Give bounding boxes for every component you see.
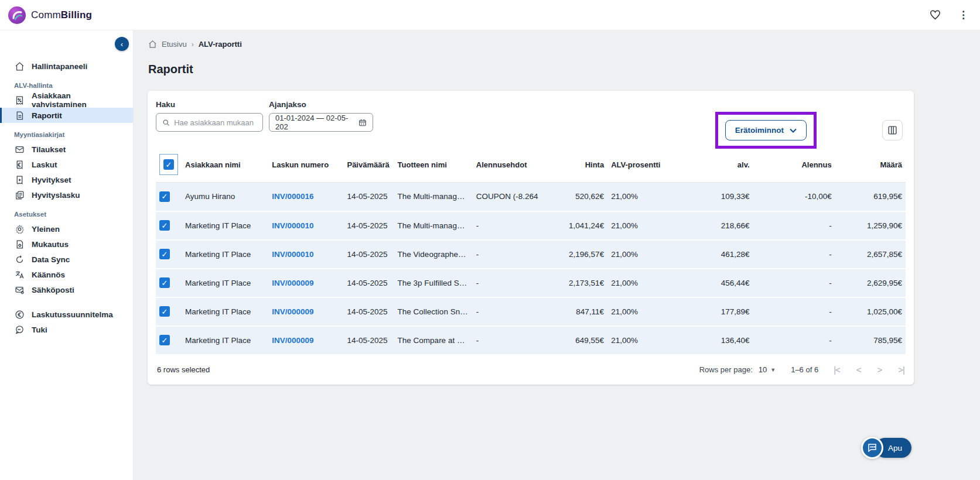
price: 2,173,51€	[569, 279, 604, 287]
row-checkbox[interactable]: ✓	[159, 191, 170, 202]
discount-amount: -	[829, 336, 832, 345]
total-amount: 2,657,85€	[867, 250, 902, 259]
table-row[interactable]: ✓Marketing IT PlaceINV/00001014-05-2025T…	[156, 211, 906, 240]
sidebar-item-label: Hyvitykset	[32, 176, 71, 184]
discount-terms: COUPON (-8.264…	[476, 192, 538, 201]
search-input[interactable]	[174, 118, 257, 127]
vat-amount: 461,28€	[721, 250, 750, 259]
invoice-link[interactable]: INV/000016	[272, 192, 313, 201]
filter-bar: Haku Ajanjakso 01-01-2024 — 02-05-202 Er…	[156, 98, 906, 148]
first-page-icon[interactable]: |<	[834, 365, 840, 375]
sidebar-item-raportit[interactable]: Raportit	[0, 108, 133, 123]
date-range-input[interactable]: 01-01-2024 — 02-05-202	[269, 113, 373, 132]
date-range-value: 01-01-2024 — 02-05-202	[275, 114, 354, 131]
prev-page-icon[interactable]: <	[856, 365, 861, 375]
last-page-icon[interactable]: >|	[898, 365, 904, 375]
help-chat-icon[interactable]	[861, 437, 883, 459]
sidebar-item-s-hk-posti[interactable]: Sähköposti	[0, 282, 133, 297]
row-checkbox[interactable]: ✓	[159, 335, 170, 345]
main-content: Etusivu › ALV-raportti Raportit Haku Aja…	[134, 30, 980, 480]
col-amount[interactable]: Määrä	[835, 148, 906, 183]
invoice-link[interactable]: INV/000009	[272, 336, 313, 345]
table-row[interactable]: ✓Ayumu HiranoINV/00001614-05-2025The Mul…	[156, 183, 906, 211]
pagination: Rows per page: 10▼ 1–6 of 6 |< < > >|	[699, 365, 904, 375]
kebab-menu-icon[interactable]: ⋮	[957, 8, 969, 22]
sidebar-collapse-button[interactable]: ‹	[115, 37, 129, 51]
sidebar-item-tuki[interactable]: Tuki	[0, 322, 133, 337]
copy-document-icon	[14, 190, 25, 200]
home-icon	[14, 61, 25, 71]
invoice-link[interactable]: INV/000010	[272, 221, 313, 230]
mail-gear-icon	[14, 284, 25, 295]
sidebar-item-mukautus[interactable]: Mukautus	[0, 236, 133, 252]
table-header-row: ✓ Asiakkaan nimi Laskun numero Päivämäär…	[156, 148, 906, 183]
row-checkbox[interactable]: ✓	[159, 220, 170, 231]
table-row[interactable]: ✓Marketing IT PlaceINV/00000914-05-2025T…	[156, 269, 906, 297]
table-row[interactable]: ✓Marketing IT PlaceINV/00001014-05-2025T…	[156, 240, 906, 269]
breadcrumb: Etusivu › ALV-raportti	[148, 40, 980, 49]
period-label: Ajanjakso	[269, 100, 373, 109]
brand: CommBilling	[8, 6, 92, 24]
vat-report-table: ✓ Asiakkaan nimi Laskun numero Päivämäär…	[156, 148, 906, 355]
price: 847,11€	[576, 307, 604, 316]
invoice-link[interactable]: INV/000009	[272, 279, 313, 287]
sidebar-item-data-sync[interactable]: Data Sync	[0, 252, 133, 267]
rows-per-page-select[interactable]: 10▼	[759, 365, 776, 374]
favorites-heart-icon[interactable]	[928, 9, 942, 21]
col-vat[interactable]: alv.	[667, 148, 753, 183]
header-checkbox-cell: ✓	[156, 148, 182, 183]
table-row[interactable]: ✓Marketing IT PlaceINV/00000914-05-2025T…	[156, 297, 906, 326]
discount-terms: -	[476, 221, 479, 230]
row-checkbox[interactable]: ✓	[159, 249, 170, 259]
col-vat-percent[interactable]: ALV-prosentti	[607, 148, 667, 183]
help-widget: Apu	[861, 437, 911, 459]
col-price[interactable]: Hinta	[538, 148, 607, 183]
sidebar-item-laskut[interactable]: Laskut	[0, 157, 133, 172]
next-page-icon[interactable]: >	[877, 365, 882, 375]
receipt-percent-icon	[14, 95, 25, 105]
sidebar-item-hallintapaneeli[interactable]: Hallintapaneeli	[0, 59, 133, 74]
table-row[interactable]: ✓Marketing IT PlaceINV/00000914-05-2025T…	[156, 326, 906, 355]
reports-card: Haku Ajanjakso 01-01-2024 — 02-05-202 Er…	[148, 91, 914, 385]
sidebar-item-tilaukset[interactable]: Tilaukset	[0, 142, 133, 157]
vat-percent: 21,00%	[611, 279, 638, 287]
brand-name: CommBilling	[31, 9, 92, 21]
sidebar-item-laskutussuunnitelma[interactable]: Laskutussuunnitelma	[0, 307, 133, 322]
col-discount[interactable]: Alennus	[753, 148, 835, 183]
sidebar-item-k-nn-s[interactable]: Käännös	[0, 267, 133, 282]
select-all-checkbox[interactable]: ✓	[163, 159, 174, 170]
sidebar-item-label: Sähköposti	[32, 286, 74, 294]
sidebar-item-hyvityslasku[interactable]: Hyvityslasku	[0, 187, 133, 203]
price: 2,196,57€	[569, 250, 604, 259]
batch-actions-button[interactable]: Erätoiminnot	[725, 120, 807, 140]
selected-count: 6 rows selected	[157, 365, 210, 374]
customer-name: Marketing IT Place	[185, 336, 251, 345]
invoice-link[interactable]: INV/000010	[272, 250, 313, 259]
vat-amount: 177,89€	[721, 307, 750, 316]
invoice-link[interactable]: INV/000009	[272, 307, 313, 316]
col-invoice[interactable]: Laskun numero	[268, 148, 343, 183]
customer-name: Ayumu Hirano	[185, 192, 235, 201]
col-discount-terms[interactable]: Alennusehdot	[473, 148, 538, 183]
sidebar-item-hyvitykset[interactable]: Hyvitykset	[0, 172, 133, 187]
envelope-icon	[14, 144, 25, 155]
row-checkbox[interactable]: ✓	[159, 306, 170, 317]
discount-terms: -	[476, 250, 479, 259]
col-date[interactable]: Päivämäärä	[343, 148, 394, 183]
breadcrumb-home[interactable]: Etusivu	[162, 40, 187, 49]
sidebar-item-yleinen[interactable]: Yleinen	[0, 221, 133, 236]
euro-circle-icon	[14, 309, 25, 320]
price: 649,55€	[575, 336, 604, 345]
vat-percent: 21,00%	[611, 192, 638, 201]
sidebar-item-asiakkaan-vahvistaminen[interactable]: Asiakkaan vahvistaminen	[0, 92, 133, 108]
calendar-icon	[358, 118, 367, 127]
sidebar-item-label: Laskut	[32, 160, 57, 169]
breadcrumb-home-icon[interactable]	[148, 40, 157, 49]
col-product[interactable]: Tuotteen nimi	[394, 148, 473, 183]
column-settings-button[interactable]	[882, 120, 903, 140]
row-checkbox[interactable]: ✓	[159, 277, 170, 288]
vat-amount: 109,33€	[721, 192, 750, 201]
sync-icon	[14, 254, 25, 265]
customer-name: Marketing IT Place	[185, 279, 251, 287]
col-customer[interactable]: Asiakkaan nimi	[182, 148, 268, 183]
